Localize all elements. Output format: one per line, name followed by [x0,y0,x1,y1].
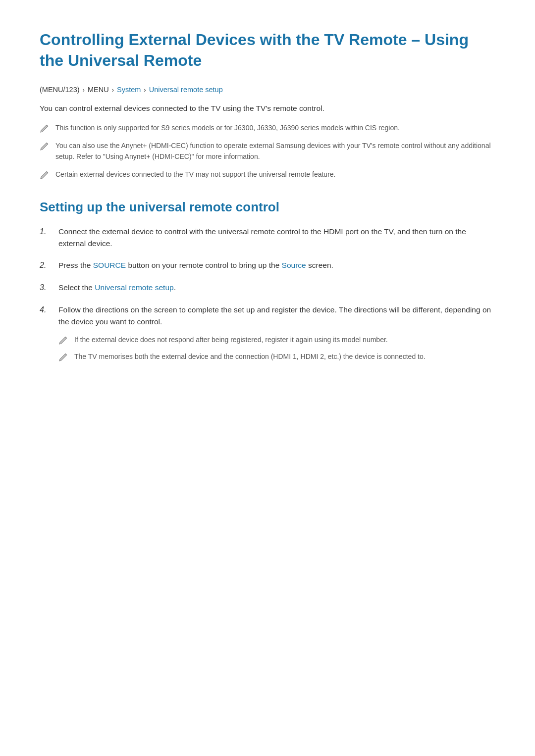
page-title: Controlling External Devices with the TV… [40,30,495,71]
step-item-4: 4. Follow the directions on the screen t… [40,304,495,362]
source-screen-label: Source [282,261,306,269]
sub-notes-list: If the external device does not respond … [58,335,495,362]
sub-note-item-2: The TV memorises both the external devic… [58,352,495,362]
breadcrumb-item-universal-remote-setup[interactable]: Universal remote setup [149,86,223,94]
note-item-2: You can also use the Anynet+ (HDMI-CEC) … [40,141,495,162]
breadcrumb-item-menu: MENU [88,86,109,94]
sub-note-text-2: The TV memorises both the external devic… [74,352,426,362]
note-list: This function is only supported for S9 s… [40,123,495,180]
breadcrumb-separator-2: › [112,86,114,94]
step-content-1: Connect the external device to control w… [58,226,495,250]
note-text-3: Certain external devices connected to th… [55,169,336,180]
pencil-icon-2 [40,141,50,151]
pencil-icon-3 [40,170,50,180]
step-item-3: 3. Select the Universal remote setup. [40,282,495,294]
note-item-1: This function is only supported for S9 s… [40,123,495,134]
note-item-3: Certain external devices connected to th… [40,169,495,180]
pencil-icon-1 [40,123,50,133]
step-number-3: 3. [40,282,52,294]
step-item-2: 2. Press the SOURCE button on your remot… [40,259,495,272]
pencil-icon-5 [58,352,68,362]
step-item-1: 1. Connect the external device to contro… [40,226,495,250]
step-number-1: 1. [40,226,52,238]
universal-remote-setup-link[interactable]: Universal remote setup [95,283,173,292]
steps-list: 1. Connect the external device to contro… [40,226,495,362]
step-number-4: 4. [40,304,52,316]
breadcrumb-item-system[interactable]: System [117,86,141,94]
source-button-label: SOURCE [93,261,126,269]
intro-text: You can control external devices connect… [40,102,495,114]
breadcrumb-separator-3: › [144,86,146,94]
breadcrumb-separator-1: › [83,86,85,94]
breadcrumb-item-menu123: (MENU/123) [40,86,80,94]
sub-note-text-1: If the external device does not respond … [74,335,388,346]
sub-note-item-1: If the external device does not respond … [58,335,495,346]
section-title: Setting up the universal remote control [40,200,495,215]
step-content-3: Select the Universal remote setup. [58,282,495,294]
note-text-1: This function is only supported for S9 s… [55,123,400,134]
note-text-2: You can also use the Anynet+ (HDMI-CEC) … [55,141,495,162]
step-content-4: Follow the directions on the screen to c… [58,304,495,362]
step-number-2: 2. [40,259,52,272]
pencil-icon-4 [58,335,68,345]
breadcrumb: (MENU/123) › MENU › System › Universal r… [40,86,495,94]
step-content-2: Press the SOURCE button on your remote c… [58,259,495,271]
